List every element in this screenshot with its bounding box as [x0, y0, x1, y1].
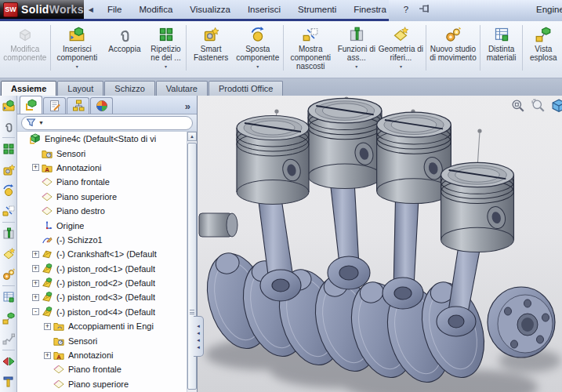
toolbar-button-bill-of-materials[interactable]: Distinta materiali: [482, 24, 521, 75]
hud-zoom-to-fit[interactable]: [510, 98, 526, 114]
tree-item[interactable]: Piano destro: [17, 204, 197, 218]
rail-button-bill-of-materials[interactable]: [0, 287, 17, 307]
tree-item[interactable]: +(-) Crankshaft<1> (Default: [17, 247, 197, 261]
tree-item[interactable]: +(-) piston_rod<1> (Default: [17, 262, 197, 276]
tree-item[interactable]: Sensori: [17, 146, 197, 160]
tree-item-label: Sensori: [56, 149, 85, 158]
tree-expand-box[interactable]: +: [32, 265, 39, 272]
graphics-viewport[interactable]: [198, 96, 562, 392]
tree-item[interactable]: +AAnnotazioni: [17, 348, 197, 362]
tree-expand-box[interactable]: +: [44, 352, 51, 359]
rail-button-new-motion-study[interactable]: [0, 264, 17, 285]
tree-item[interactable]: Piano superiore: [17, 190, 197, 204]
panel-tab-configurationmanager[interactable]: [67, 97, 89, 114]
rail-button-reference-geometry[interactable]: [0, 244, 17, 264]
menu-item-inserisci[interactable]: Inserisci: [239, 2, 289, 17]
rail-button-mate[interactable]: [0, 116, 17, 136]
tree-item[interactable]: Piano superiore: [17, 377, 197, 391]
menu-item-visualizza[interactable]: Visualizza: [181, 2, 239, 17]
toolbar-button-smart-fasteners[interactable]: Smart Fasteners: [188, 24, 234, 75]
dropdown-arrow-icon[interactable]: ▾: [400, 64, 402, 69]
tree-item[interactable]: Piano frontale: [17, 362, 197, 376]
sensors-icon: [53, 336, 66, 347]
panel-overflow-button[interactable]: »: [185, 100, 194, 114]
toolbar-separator: [522, 25, 523, 71]
toolbar-button-reference-geometry[interactable]: Geometria di riferi...▾: [378, 24, 425, 75]
toolbar-button-exploded-view[interactable]: Vista esplosa: [524, 24, 562, 75]
tree-item[interactable]: -(-) piston_rod<4> (Default: [17, 305, 197, 319]
featuremanager-panel: » ▼ Engine4c (Default<Stato di viSensori…: [17, 96, 198, 392]
rail-separator: [2, 285, 15, 286]
rail-button-component-pattern[interactable]: [0, 139, 17, 159]
assembly-toolbar: Modifica componenteInserisci componenti▾…: [0, 21, 562, 78]
tree-expand-box[interactable]: +: [44, 323, 51, 330]
filter-row: ▼: [17, 114, 197, 132]
tree-expand-box[interactable]: +: [32, 164, 39, 171]
panel-splitter-handle[interactable]: ◂◂◂◂: [194, 316, 204, 357]
scrollbar-up-arrow[interactable]: ▲: [187, 132, 197, 141]
tree-expand-box[interactable]: +: [32, 294, 39, 301]
menu-item-strumenti[interactable]: Strumenti: [289, 2, 345, 17]
brand-works: Works: [49, 3, 84, 16]
tree-item[interactable]: +AAnnotazioni: [17, 161, 197, 175]
toolbar-button-component-pattern[interactable]: Ripetizio ne del ...▾: [147, 24, 185, 75]
menu-item-modifica[interactable]: Modifica: [130, 2, 181, 17]
rail-button-show-hidden-components[interactable]: [0, 201, 17, 221]
rail-button-move-component[interactable]: [0, 180, 17, 201]
menu-item-file[interactable]: File: [99, 2, 131, 17]
dropdown-arrow-icon[interactable]: ▾: [76, 64, 78, 69]
tree-item-label: Sensori: [68, 336, 97, 346]
panel-tab-displaymanager[interactable]: [90, 97, 113, 114]
toolbar-separator: [50, 25, 51, 71]
feature-tree: Engine4c (Default<Stato di viSensori+AAn…: [17, 132, 197, 392]
filter-dropdown-arrow[interactable]: ▼: [38, 120, 44, 125]
toolbar-button-insert-components[interactable]: Inserisci componenti▾: [53, 24, 103, 75]
tab-valutare[interactable]: Valutare: [156, 81, 208, 96]
toolbar-button-label: Ripetizio ne del ...: [147, 45, 185, 62]
panel-tab-propertymanager[interactable]: [43, 97, 66, 114]
rail-button-explode-line-sketch[interactable]: [0, 328, 17, 349]
tree-item[interactable]: +(-) piston_rod<2> (Default: [17, 276, 197, 290]
tab-prodotti-office[interactable]: Prodotti Office: [208, 81, 284, 96]
rail-button-smart-fasteners[interactable]: [0, 159, 17, 180]
rail-button-exploded-view[interactable]: [0, 307, 17, 328]
rail-separator: [2, 350, 15, 350]
dropdown-arrow-icon[interactable]: ▾: [355, 64, 357, 69]
tree-item[interactable]: Engine4c (Default<Stato di vi: [17, 132, 197, 146]
assembly-icon: [30, 133, 42, 144]
tree-item[interactable]: Origine: [17, 218, 197, 232]
tree-item[interactable]: +Accoppiamenti in Engi: [17, 319, 197, 333]
menu-item-help[interactable]: ?: [395, 2, 417, 17]
tab-assieme[interactable]: Assieme: [1, 81, 56, 96]
menu-zone: SW SolidWorks ◀ FileModificaVisualizzaIn…: [0, 0, 389, 21]
engine-3d-model[interactable]: [198, 96, 562, 392]
menu-collapse-arrow-icon[interactable]: ◀: [84, 6, 99, 13]
panel-tab-featuremanager[interactable]: [20, 96, 42, 114]
rail-button-assembly-features[interactable]: [0, 223, 17, 244]
dropdown-arrow-icon[interactable]: ▾: [165, 64, 167, 69]
tree-item[interactable]: (-) Schizzo1: [17, 233, 197, 247]
tree-expand-box[interactable]: -: [32, 308, 39, 315]
menu-item-finestra[interactable]: Finestra: [345, 2, 395, 17]
rail-button-instant-3d[interactable]: [0, 372, 17, 392]
hud-zoom-to-area[interactable]: [531, 98, 546, 114]
toolbar-button-move-component[interactable]: Sposta componente▾: [234, 24, 282, 75]
hud-view-settings[interactable]: [551, 98, 562, 114]
tree-expand-box[interactable]: +: [32, 251, 39, 258]
tree-item[interactable]: Piano frontale: [17, 175, 197, 189]
tree-expand-box[interactable]: +: [32, 280, 39, 287]
pushpin-icon[interactable]: [419, 2, 431, 16]
tab-schizzo[interactable]: Schizzo: [104, 81, 155, 96]
tree-filter-input[interactable]: ▼: [21, 116, 193, 130]
tree-item[interactable]: Sensori: [17, 333, 197, 347]
toolbar-button-new-motion-study[interactable]: Nuovo studio di movimento: [428, 24, 478, 75]
toolbar-button-show-hidden-components[interactable]: Mostra componenti nascosti: [285, 24, 335, 75]
tree-item[interactable]: +(-) piston_rod<3> (Default: [17, 290, 197, 304]
edit-component-icon: [17, 25, 33, 44]
tab-layout[interactable]: Layout: [57, 81, 103, 96]
rail-button-interference-detection[interactable]: [0, 351, 17, 372]
toolbar-button-assembly-features[interactable]: Funzioni di ass...▾: [335, 24, 378, 75]
rail-button-insert-components[interactable]: [0, 96, 17, 116]
toolbar-button-mate[interactable]: Accoppia: [102, 24, 147, 75]
dropdown-arrow-icon[interactable]: ▾: [256, 64, 259, 69]
